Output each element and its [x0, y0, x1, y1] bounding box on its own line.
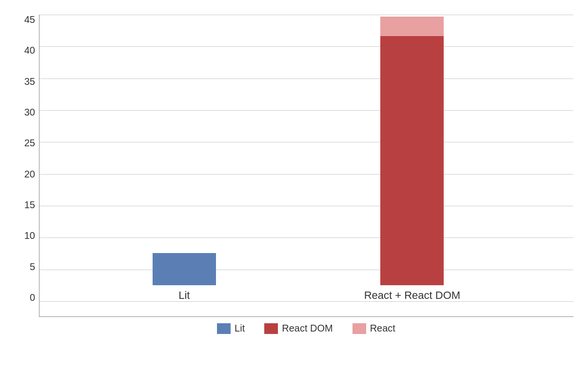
- bar-segment-react-dom: [380, 36, 444, 285]
- bar-stack: [153, 253, 216, 285]
- y-axis-label: 20: [24, 169, 35, 179]
- bar-group: Lit: [153, 253, 216, 302]
- legend-swatch: [264, 323, 278, 334]
- bar-group: React + React DOM: [364, 17, 460, 302]
- y-axis-label: 15: [24, 200, 35, 210]
- y-axis-label: 45: [24, 15, 35, 24]
- y-axis: 454035302520151050: [10, 15, 39, 317]
- y-axis-label: 40: [24, 45, 35, 55]
- y-axis-label: 25: [24, 138, 35, 148]
- legend-swatch: [353, 323, 366, 334]
- legend-swatch: [217, 323, 231, 334]
- y-axis-label: 0: [30, 293, 35, 302]
- y-axis-label: 35: [24, 77, 35, 86]
- bar-segment-react: [380, 17, 444, 36]
- y-axis-label: 10: [24, 231, 35, 240]
- legend-item: React: [353, 323, 395, 334]
- chart-container: 454035302520151050 LitReact + React DOM …: [0, 0, 588, 392]
- x-axis-label: Lit: [178, 289, 190, 302]
- y-axis-label: 30: [24, 107, 35, 117]
- legend-label: React: [370, 323, 395, 334]
- chart-area: 454035302520151050 LitReact + React DOM: [10, 15, 573, 317]
- x-axis-label: React + React DOM: [364, 289, 460, 302]
- legend: LitReact DOMReact: [39, 323, 573, 334]
- bar-stack: [380, 17, 444, 285]
- legend-label: Lit: [235, 323, 245, 334]
- bar-segment-lit: [153, 253, 216, 285]
- plot-area: LitReact + React DOM: [39, 15, 573, 317]
- legend-item: Lit: [217, 323, 245, 334]
- legend-label: React DOM: [282, 323, 333, 334]
- bars-row: LitReact + React DOM: [39, 15, 573, 302]
- legend-item: React DOM: [264, 323, 333, 334]
- y-axis-label: 5: [30, 262, 35, 272]
